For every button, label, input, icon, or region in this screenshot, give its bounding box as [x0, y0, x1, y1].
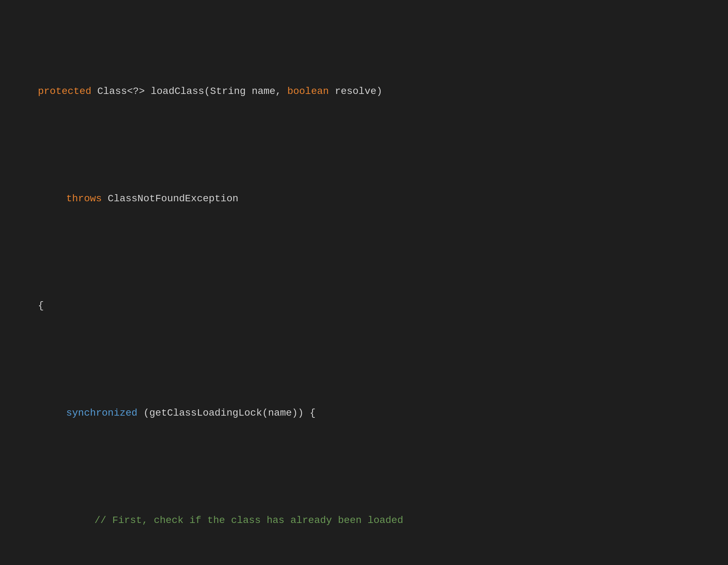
keyword-protected: protected: [38, 86, 91, 97]
code-editor: protected Class<?> loadClass(String name…: [14, 7, 714, 565]
code-line-2: throws ClassNotFoundException: [14, 176, 714, 221]
code-line-4: synchronized (getClassLoadingLock(name))…: [14, 390, 714, 436]
code-line-5: // First, check if the class has already…: [14, 498, 714, 543]
code-line-1: protected Class<?> loadClass(String name…: [14, 69, 714, 114]
code-line-3: {: [14, 283, 714, 329]
